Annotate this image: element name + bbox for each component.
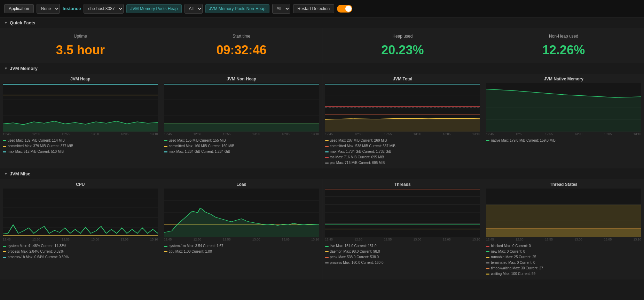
x-label: 13:10 (472, 238, 480, 241)
jvm-nonheap-tag: JVM Memory Pools Non-Heap (205, 4, 269, 13)
x-labels: 12:4512:5012:5513:0013:0513:10 (325, 237, 480, 242)
legend-item: peak Max: 538.0 Current: 538.0 (325, 254, 480, 260)
restart-button[interactable]: Restart Detection (293, 4, 335, 13)
legend-dot (3, 140, 6, 141)
all2-select[interactable]: All (272, 4, 290, 14)
chart-card-jvm-native-memory: JVM Native Memory191 MiB143 MiB95 MiB48 … (483, 74, 644, 168)
svg-marker-16 (164, 124, 319, 132)
legend-dot (3, 146, 6, 147)
legend-text: system-1m Max: 3.54 Current: 1.67 (169, 243, 223, 249)
chart-legend: used Max: 132 MiB Current: 114 MiBcommit… (3, 138, 158, 155)
instance-label: Instance (63, 6, 81, 11)
x-label: 12:50 (354, 238, 362, 241)
x-label: 13:00 (91, 132, 99, 136)
legend-item: terminated Max: 0 Current: 0 (486, 260, 641, 266)
x-label: 12:45 (3, 238, 11, 241)
x-labels: 12:4512:5012:5513:0013:0513:10 (164, 132, 319, 136)
x-label: 12:55 (62, 132, 70, 136)
legend-text: new Max: 0 Current: 0 (491, 249, 525, 254)
chart-card-jvm-heap: JVM Heap572 MiB381 MiB191 MiB0 B 12:4512… (0, 74, 161, 168)
chart-legend: system Max: 41.48% Current: 11.33%proces… (3, 243, 158, 260)
legend-dot (164, 246, 167, 247)
legend-dot (164, 140, 167, 141)
legend-dot (325, 151, 329, 152)
legend-item: used Max: 287 MiB Current: 269 MiB (325, 138, 480, 143)
chart-legend: blocked Max: 0 Current: 0new Max: 0 Curr… (486, 243, 641, 277)
x-label: 13:00 (413, 132, 421, 136)
quick-facts-header[interactable]: ▼ Quick Facts (0, 17, 644, 28)
x-label: 13:00 (252, 238, 260, 241)
legend-item: committed Max: 160 MiB Current: 160 MiB (164, 143, 319, 149)
chart-area: 150100500 (486, 188, 641, 237)
jvm-misc-header[interactable]: ▼ JVM Misc (0, 168, 644, 179)
x-label: 12:50 (193, 132, 201, 136)
legend-dot (3, 257, 6, 258)
x-label: 13:10 (311, 132, 319, 136)
x-label: 12:45 (325, 238, 333, 241)
legend-item: process-1h Max: 0.64% Current: 0.39% (3, 254, 158, 260)
legend-dot (325, 257, 329, 258)
chart-area: 4.03.02.01.00 (164, 188, 319, 237)
x-labels: 12:4512:5012:5513:0013:0513:10 (325, 132, 480, 136)
x-label: 12:55 (62, 238, 70, 241)
chart-legend: system-1m Max: 3.54 Current: 1.67cpu Max… (164, 243, 319, 254)
legend-text: max Max: 1.234 GiB Current: 1.234 GiB (169, 149, 230, 155)
x-labels: 12:4512:5012:5513:0013:0513:10 (486, 237, 641, 242)
x-label: 12:45 (3, 132, 11, 136)
x-label: 12:55 (545, 132, 553, 136)
legend-text: rss Max: 716 MiB Current: 695 MiB (330, 155, 384, 160)
jvm-memory-header[interactable]: ▼ JVM Memory (0, 63, 644, 74)
jvm-heap-tag: JVM Memory Pools Heap (126, 4, 181, 13)
legend-dot (164, 251, 167, 252)
x-label: 12:55 (223, 238, 231, 241)
legend-text: max Max: 512 MiB Current: 510 MiB (8, 149, 64, 155)
x-label: 13:05 (604, 238, 612, 241)
x-label: 13:00 (574, 238, 582, 241)
legend-dot (3, 151, 6, 152)
x-label: 12:50 (516, 238, 524, 241)
x-label: 13:10 (150, 238, 158, 241)
chart-card-jvm-non-heap: JVM Non-Heap1.4 GiB954 MiB477 MiB0 B 12:… (161, 74, 322, 168)
legend-dot (486, 140, 489, 141)
jvm-memory-title: JVM Memory (10, 66, 38, 71)
legend-text: peak Max: 538.0 Current: 538.0 (330, 254, 379, 260)
chart-title: JVM Heap (3, 77, 158, 81)
legend-text: committed Max: 160 MiB Current: 160 MiB (169, 143, 234, 149)
legend-dot (3, 251, 6, 252)
chart-card-load: Load4.03.02.01.00 12:4512:5012:5513:0013… (161, 179, 322, 279)
legend-item: timed-waiting Max: 30 Current: 27 (486, 266, 641, 271)
legend-text: process-1h Max: 0.64% Current: 0.39% (8, 254, 69, 260)
none-select[interactable]: None (37, 4, 60, 14)
host-select[interactable]: che-host:8087 (84, 4, 124, 14)
legend-item: system-1m Max: 3.54 Current: 1.67 (164, 243, 319, 249)
chart-title: JVM Native Memory (486, 77, 641, 81)
chart-title: Thread States (486, 182, 641, 187)
application-button[interactable]: Application (4, 4, 34, 13)
x-label: 12:55 (384, 132, 392, 136)
legend-dot (486, 274, 489, 275)
x-label: 13:00 (252, 132, 260, 136)
legend-dot (486, 268, 489, 269)
restart-toggle[interactable] (337, 5, 352, 13)
chart-legend: used Max: 287 MiB Current: 269 MiBcommit… (325, 138, 480, 166)
legend-item: max Max: 1.234 GiB Current: 1.234 GiB (164, 149, 319, 155)
legend-item: used Max: 132 MiB Current: 114 MiB (3, 138, 158, 143)
jvm-misc-charts: CPU100.0%80.0%60.0%40.0%20.0%0% 12:4512:… (0, 179, 644, 279)
all1-select[interactable]: All (184, 4, 203, 14)
legend-dot (164, 151, 167, 152)
legend-item: daemon Max: 98.0 Current: 98.0 (325, 249, 480, 254)
legend-item: max Max: 512 MiB Current: 510 MiB (3, 149, 158, 155)
legend-item: runnable Max: 25 Current: 25 (486, 254, 641, 260)
legend-dot (325, 157, 329, 158)
legend-dot (325, 251, 329, 252)
svg-marker-27 (325, 118, 480, 132)
x-label: 13:05 (443, 238, 451, 241)
chart-area: 572 MiB381 MiB191 MiB0 B (3, 83, 158, 132)
legend-item: system Max: 41.48% Current: 11.33% (3, 243, 158, 249)
x-label: 12:50 (354, 132, 362, 136)
x-label: 13:10 (633, 132, 641, 136)
chart-legend: live Max: 151.0 Current: 151.0daemon Max… (325, 243, 480, 266)
x-label: 13:10 (150, 132, 158, 136)
x-labels: 12:4512:5012:5513:0013:0513:10 (164, 237, 319, 242)
x-label: 12:45 (486, 132, 494, 136)
